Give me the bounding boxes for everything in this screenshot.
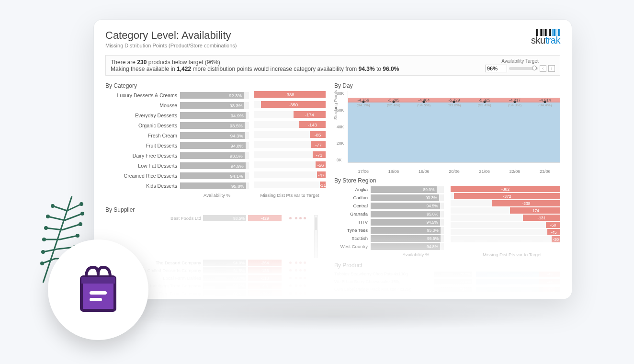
- supplier-scrollbar[interactable]: [314, 215, 318, 258]
- section-by-day: By Day: [334, 82, 560, 89]
- supplier-row[interactable]: Best Foods Ltd 93.5% -429: [105, 215, 326, 258]
- svg-point-6: [79, 202, 83, 206]
- category-row[interactable]: Creamed Rice Desserts94.1%: [105, 171, 249, 180]
- svg-point-2: [44, 226, 48, 230]
- category-row[interactable]: Fresh Cream94.3%: [105, 131, 249, 140]
- region-chart[interactable]: Anglia89.9%Carlton93.3%Central94.5%Grana…: [334, 186, 560, 251]
- brand-logo: skutrak: [531, 29, 560, 46]
- summary-text: Making these available in: [111, 66, 177, 72]
- svg-point-1: [46, 215, 50, 218]
- category-row[interactable]: Luxury Desserts & Creams92.3%: [105, 91, 249, 100]
- target-slider[interactable]: [509, 67, 538, 70]
- svg-rect-14: [90, 291, 107, 295]
- target-next-button[interactable]: ›: [548, 65, 555, 72]
- dist-points-count: 1,422: [177, 66, 191, 72]
- svg-point-9: [76, 234, 79, 238]
- category-row[interactable]: Low Fat Desserts94.9%: [105, 161, 249, 170]
- axis-label: Availability %: [180, 193, 254, 198]
- axis-label: Missing Dist Pts var to Target: [464, 252, 560, 257]
- target-prev-button[interactable]: ‹: [540, 65, 546, 72]
- region-row[interactable]: Scottish95.5%: [334, 235, 444, 242]
- svg-point-4: [41, 250, 45, 254]
- below-target-count: 230: [137, 59, 147, 66]
- brand-text-b: trak: [545, 35, 560, 46]
- from-pct: 94.3%: [359, 66, 375, 72]
- category-row[interactable]: Organic Desserts93.5%: [105, 121, 249, 130]
- dashboard-frame: Category Level: Availability Missing Dis…: [93, 19, 572, 299]
- category-row[interactable]: Kids Desserts95.8%: [105, 182, 249, 190]
- availability-target-control: Availability Target ‹ ›: [485, 58, 555, 72]
- region-row[interactable]: Tyne Tees95.3%: [334, 227, 444, 234]
- category-row[interactable]: Mousse93.3%: [105, 101, 249, 110]
- section-by-category: By Category: [105, 82, 326, 89]
- category-row[interactable]: Everyday Desserts94.9%: [105, 111, 249, 120]
- region-row[interactable]: Anglia89.9%: [334, 186, 444, 193]
- category-row[interactable]: Dairy Free Desserts93.5%: [105, 151, 249, 160]
- region-row[interactable]: Central94.5%: [334, 202, 444, 209]
- summary-text: products below target (96%): [147, 59, 220, 66]
- summary-bar: There are 230 products below target (96%…: [105, 55, 560, 76]
- by-day-chart[interactable]: 80K60K40K20K0K -4,756(94.1%)17/06-3,705(…: [348, 91, 560, 163]
- target-input[interactable]: [485, 65, 507, 72]
- device-shadow: [115, 302, 555, 330]
- to-pct: 96.0%: [383, 66, 399, 72]
- shopping-bag-icon: [74, 262, 122, 317]
- svg-point-7: [80, 212, 84, 216]
- axis-label: Missing Dist Pts var to Target: [254, 193, 326, 198]
- product-chart[interactable]: Tubbies Strawberry Choc Pots 4x100g 70.5…: [334, 271, 560, 293]
- region-row[interactable]: Carlton93.3%: [334, 194, 444, 201]
- svg-point-3: [42, 238, 46, 241]
- section-by-supplier: By Supplier: [105, 206, 326, 213]
- section-by-product: By Product: [334, 262, 560, 269]
- category-row[interactable]: Fruit Desserts94.8%: [105, 141, 249, 150]
- product-row[interactable]: Own Label Variety Pack Mousse 4x125g 72.…: [334, 286, 560, 293]
- region-row[interactable]: Granada95.0%: [334, 210, 444, 217]
- target-label: Availability Target: [485, 58, 555, 64]
- region-row[interactable]: HTV94.5%: [334, 218, 444, 226]
- svg-rect-13: [81, 277, 115, 284]
- summary-text: to: [375, 66, 383, 72]
- axis-label: Availability %: [334, 252, 464, 257]
- y-axis-label: Stocking Points: [333, 90, 338, 119]
- svg-rect-15: [90, 298, 102, 301]
- page-subtitle: Missing Distribution Points (Product/Sto…: [105, 43, 237, 48]
- page-title: Category Level: Availability: [105, 29, 237, 42]
- summary-text: more distribution points would increase …: [191, 66, 359, 72]
- feature-icon-circle: [48, 239, 148, 340]
- product-row[interactable]: Tubbies Strawberry Choc Pots 4x100g 70.5…: [334, 271, 560, 277]
- summary-text: There are: [111, 59, 137, 66]
- svg-point-5: [40, 262, 44, 265]
- svg-point-0: [51, 204, 55, 208]
- svg-point-8: [79, 222, 82, 226]
- product-row[interactable]: We R Lux Berry Cheesecake 150g 74.0% -46: [334, 278, 560, 285]
- category-chart[interactable]: Luxury Desserts & Creams92.3%Mousse93.3%…: [105, 91, 326, 192]
- region-row[interactable]: West Country94.8%: [334, 243, 444, 250]
- brand-text-a: sku: [531, 35, 545, 46]
- section-by-region: By Store Region: [334, 177, 560, 184]
